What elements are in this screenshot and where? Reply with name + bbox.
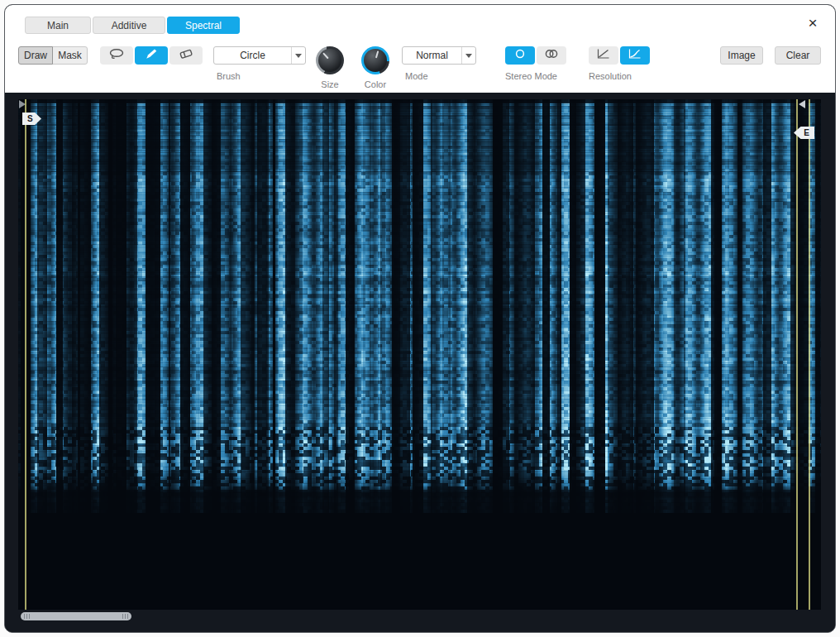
- tab-spectral[interactable]: Spectral: [167, 17, 240, 34]
- resolution-label: Resolution: [589, 71, 632, 81]
- editor-area: S E: [5, 93, 835, 632]
- stereo-mode-label: Stereo Mode: [505, 71, 557, 81]
- chevron-down-icon: [291, 47, 305, 64]
- image-button[interactable]: Image: [720, 46, 763, 65]
- stereo-circles-icon: [543, 48, 560, 63]
- knob-face: [364, 49, 387, 72]
- stereo-stereo-button[interactable]: [537, 46, 566, 65]
- brush-tool-button[interactable]: [135, 46, 168, 65]
- mono-circle-icon: [513, 48, 527, 63]
- tab-additive[interactable]: Additive: [93, 17, 165, 34]
- clear-button[interactable]: Clear: [775, 46, 821, 65]
- end-marker-line-outer[interactable]: [809, 99, 810, 610]
- color-knob-label: Color: [356, 79, 395, 89]
- eraser-icon: [178, 48, 194, 64]
- size-knob[interactable]: [316, 46, 344, 74]
- mode-value: Normal: [403, 47, 461, 64]
- start-marker-line[interactable]: [25, 99, 26, 610]
- stereo-mono-button[interactable]: [505, 46, 535, 65]
- brush-icon: [144, 48, 159, 63]
- knob-face: [318, 49, 341, 72]
- horizontal-scrollbar[interactable]: [21, 612, 131, 620]
- chevron-down-icon: [461, 47, 475, 64]
- mode-label: Mode: [405, 71, 428, 81]
- tab-main[interactable]: Main: [25, 17, 91, 34]
- mode-select[interactable]: Normal: [402, 46, 476, 65]
- lasso-icon: [108, 48, 125, 64]
- playhead-right-icon[interactable]: [799, 100, 805, 108]
- end-marker-line[interactable]: [796, 99, 798, 610]
- spectrogram-canvas[interactable]: [18, 99, 821, 610]
- close-icon[interactable]: ×: [804, 13, 822, 33]
- header: Main Additive Spectral × Draw Mask: [5, 5, 835, 93]
- resolution-high-button[interactable]: [620, 46, 650, 65]
- mask-button[interactable]: Mask: [52, 46, 88, 65]
- resolution-low-button[interactable]: [589, 46, 618, 65]
- draw-button[interactable]: Draw: [18, 46, 53, 65]
- size-knob-label: Size: [310, 79, 350, 89]
- spectrogram-panel: S E: [18, 99, 821, 610]
- plugin-window: Main Additive Spectral × Draw Mask: [4, 4, 836, 633]
- lasso-tool-button[interactable]: [100, 46, 133, 65]
- scrollbar-grip-left[interactable]: [24, 614, 30, 619]
- scrollbar-grip-right[interactable]: [122, 614, 128, 619]
- brush-shape-select[interactable]: Circle: [213, 46, 306, 65]
- brush-group-label: Brush: [217, 71, 241, 81]
- eraser-tool-button[interactable]: [169, 46, 203, 65]
- resolution-low-icon: [596, 48, 611, 63]
- brush-shape-value: Circle: [214, 47, 291, 64]
- resolution-high-icon: [628, 48, 642, 63]
- color-knob[interactable]: [361, 46, 389, 74]
